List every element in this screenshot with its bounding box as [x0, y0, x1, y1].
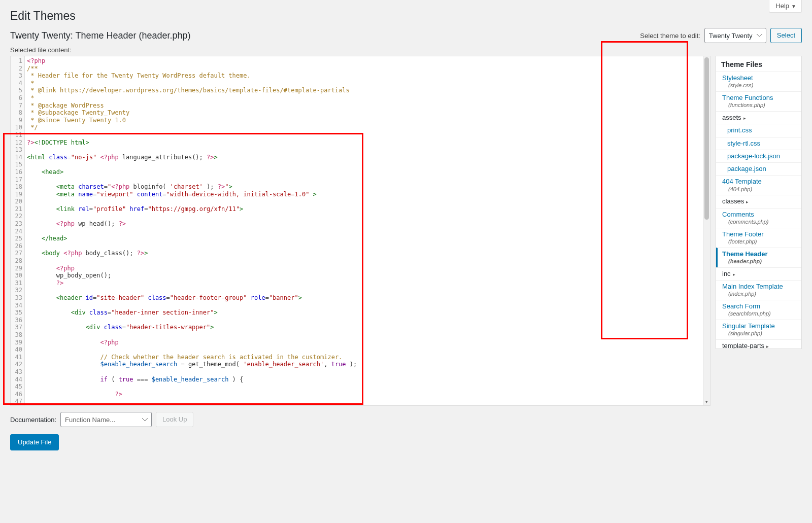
file-tree-item[interactable]: 404 Template(404.php)	[716, 175, 801, 195]
code-area[interactable]: <?php/** * Header file for the Twenty Tw…	[25, 56, 710, 405]
documentation-label: Documentation:	[10, 416, 56, 424]
select-button[interactable]: Select	[770, 28, 802, 43]
file-tree-item[interactable]: Main Index Template(index.php)	[716, 280, 801, 300]
page-title: Edit Themes	[10, 5, 802, 23]
file-tree-item[interactable]: Comments(comments.php)	[716, 208, 801, 228]
chevron-down-icon: ▼	[791, 4, 796, 9]
help-label: Help	[775, 2, 789, 10]
file-tree-item[interactable]: print.css	[716, 124, 801, 136]
vertical-scrollbar[interactable]: ▾	[703, 56, 710, 405]
file-tree-item[interactable]: style-rtl.css	[716, 137, 801, 150]
chevron-right-icon: ▸	[743, 116, 746, 121]
file-tree-item[interactable]: package.json	[716, 162, 801, 175]
file-tree-item[interactable]: Theme Footer(footer.php)	[716, 228, 801, 248]
theme-files-heading: Theme Files	[716, 56, 801, 72]
file-tree-item[interactable]: Singular Template(singular.php)	[716, 320, 801, 339]
theme-files-panel: Theme Files Stylesheet(style.css)Theme F…	[716, 56, 802, 349]
scroll-down-icon[interactable]: ▾	[703, 398, 710, 405]
file-tree-folder[interactable]: assets▸	[716, 111, 801, 124]
file-tree-item[interactable]: Stylesheet(style.css)	[716, 72, 801, 91]
help-tab[interactable]: Help▼	[769, 0, 802, 13]
file-tree-item[interactable]: Theme Header(header.php)	[716, 248, 801, 267]
selected-file-content-label: Selected file content:	[10, 46, 802, 54]
select-theme-label: Select theme to edit:	[640, 32, 700, 40]
line-gutter: 1234567891011121314151617181920212223242…	[11, 56, 25, 405]
chevron-right-icon: ▸	[746, 199, 749, 204]
update-file-button[interactable]: Update File	[10, 434, 59, 450]
theme-select[interactable]: Twenty Twenty	[704, 28, 766, 43]
theme-line: Twenty Twenty: Theme Header (header.php)	[10, 30, 191, 41]
file-tree-folder[interactable]: template-parts▸	[716, 339, 801, 349]
documentation-select[interactable]: Function Name...	[60, 412, 152, 427]
file-tree-item[interactable]: package-lock.json	[716, 150, 801, 162]
lookup-button[interactable]: Look Up	[156, 412, 193, 427]
file-tree-item[interactable]: Search Form(searchform.php)	[716, 300, 801, 320]
chevron-right-icon: ▸	[733, 272, 735, 277]
file-tree-item[interactable]: Theme Functions(functions.php)	[716, 91, 801, 111]
code-editor[interactable]: 1234567891011121314151617181920212223242…	[10, 56, 710, 406]
chevron-right-icon: ▸	[766, 344, 769, 349]
file-tree-folder[interactable]: inc▸	[716, 267, 801, 280]
file-tree-folder[interactable]: classes▸	[716, 195, 801, 207]
scrollbar-thumb[interactable]	[704, 57, 709, 220]
